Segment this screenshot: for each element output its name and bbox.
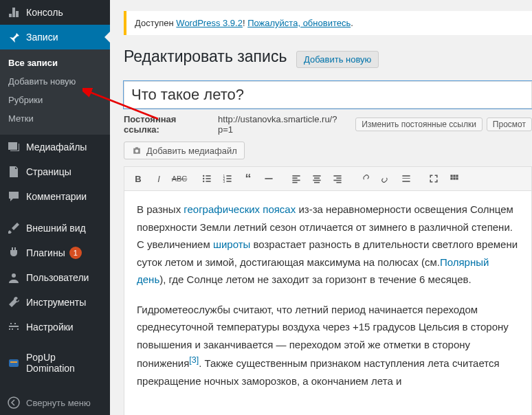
svg-rect-32: [450, 175, 452, 177]
svg-rect-24: [314, 182, 320, 183]
footnote-link[interactable]: [3]: [189, 355, 199, 365]
sidebar-item-media[interactable]: Медиафайлы: [0, 135, 110, 159]
edit-permalink-button[interactable]: Изменить постоянные ссылки: [355, 117, 483, 131]
camera-icon: [131, 145, 142, 156]
editor-toolbar: B I ABC 123 “: [124, 166, 532, 190]
svg-rect-37: [456, 177, 458, 179]
svg-rect-30: [402, 178, 410, 179]
link-button[interactable]: [355, 170, 375, 188]
sidebar-item-comments[interactable]: Комментарии: [0, 184, 110, 209]
strikethrough-button[interactable]: ABC: [170, 170, 189, 188]
align-left-button[interactable]: [287, 170, 306, 188]
sidebar-item-pages[interactable]: Страницы: [0, 159, 110, 184]
submenu-categories[interactable]: Рубрики: [0, 91, 110, 109]
sidebar-item-label: Медиафайлы: [26, 142, 87, 153]
media-icon: [7, 140, 21, 154]
bold-button[interactable]: B: [129, 170, 148, 188]
svg-rect-22: [314, 177, 320, 179]
toolbar-toggle-button[interactable]: [445, 170, 464, 188]
submenu-all-posts[interactable]: Все записи: [0, 54, 110, 72]
svg-rect-33: [453, 175, 455, 177]
svg-rect-17: [292, 175, 300, 177]
wp-version-link[interactable]: WordPress 3.9.2: [176, 18, 243, 28]
bullet-list-button[interactable]: [197, 170, 217, 188]
sidebar-item-appearance[interactable]: Внешний вид: [0, 216, 110, 240]
admin-sidebar: Консоль Записи Все записи Добавить новую…: [0, 0, 110, 415]
add-media-label: Добавить медиафайл: [146, 146, 237, 156]
users-icon: [7, 271, 21, 284]
main-content: Доступен WordPress 3.9.2! Пожалуйста, об…: [110, 0, 532, 415]
plugin-icon: [7, 246, 21, 260]
sidebar-item-label: Консоль: [26, 7, 63, 18]
notice-text: .: [351, 18, 353, 28]
svg-rect-9: [206, 181, 210, 182]
unlink-button[interactable]: [376, 170, 395, 188]
svg-rect-35: [450, 177, 452, 179]
comments-icon: [7, 190, 21, 203]
add-media-button[interactable]: Добавить медиафайл: [124, 142, 245, 159]
sidebar-item-users[interactable]: Пользователи: [0, 265, 110, 290]
brush-icon: [7, 221, 21, 235]
pages-icon: [7, 165, 21, 179]
post-title-input[interactable]: [124, 81, 532, 109]
view-post-button[interactable]: Просмот: [487, 117, 532, 131]
add-new-button[interactable]: Добавить новую: [296, 51, 379, 68]
permalink-label: Постоянная ссылка:: [124, 114, 214, 135]
svg-point-4: [203, 175, 204, 177]
submenu-tags[interactable]: Метки: [0, 109, 110, 128]
sidebar-item-label: Настройки: [26, 322, 74, 333]
collapse-icon: [7, 396, 21, 410]
sidebar-item-plugins[interactable]: Плагины 1: [0, 240, 110, 265]
submenu-add-new[interactable]: Добавить новую: [0, 72, 110, 91]
fullscreen-button[interactable]: [424, 170, 443, 188]
editor-content[interactable]: В разных географических поясах из-за нер…: [124, 190, 532, 415]
sidebar-item-popup-domination[interactable]: PopUp Domination: [0, 346, 110, 379]
sidebar-item-posts[interactable]: Записи: [0, 25, 110, 49]
svg-point-8: [203, 181, 204, 182]
sidebar-item-label: Инструменты: [26, 297, 86, 308]
collapse-menu[interactable]: Свернуть меню: [0, 390, 110, 415]
popup-icon: [7, 356, 21, 370]
svg-rect-18: [292, 177, 297, 179]
notice-text: Доступен: [135, 18, 176, 28]
content-link[interactable]: географических поясах: [184, 203, 296, 215]
plugins-update-badge: 1: [69, 247, 82, 259]
editor-text: В разных: [137, 203, 184, 215]
pin-icon: [7, 30, 21, 44]
svg-point-6: [203, 178, 204, 179]
sidebar-item-label: Плагины: [26, 247, 65, 258]
italic-button[interactable]: I: [149, 170, 168, 188]
svg-rect-2: [10, 361, 17, 363]
sidebar-item-label: Пользователи: [26, 272, 89, 283]
svg-rect-20: [292, 182, 297, 183]
sidebar-item-label: Внешний вид: [26, 223, 86, 234]
svg-rect-26: [336, 177, 341, 179]
hr-button[interactable]: [259, 170, 278, 188]
svg-rect-28: [336, 182, 341, 183]
blockquote-button[interactable]: “: [239, 170, 258, 188]
sidebar-item-label: PopUp Domination: [26, 352, 104, 374]
more-button[interactable]: [397, 170, 416, 188]
svg-rect-36: [453, 177, 455, 179]
sidebar-item-dashboard[interactable]: Консоль: [0, 0, 110, 25]
sidebar-item-tools[interactable]: Инструменты: [0, 290, 110, 315]
svg-rect-13: [226, 178, 231, 179]
align-center-button[interactable]: [307, 170, 326, 188]
permalink-row: Постоянная ссылка: http://ustanovka.smar…: [124, 114, 532, 135]
collapse-label: Свернуть меню: [26, 398, 91, 408]
svg-rect-27: [333, 180, 341, 181]
numbered-list-button[interactable]: 123: [218, 170, 237, 188]
update-link[interactable]: Пожалуйста, обновитесь: [247, 18, 351, 28]
svg-rect-31: [402, 181, 410, 182]
svg-rect-25: [333, 175, 341, 177]
content-link[interactable]: широты: [213, 238, 250, 250]
page-title: Редактировать запись: [124, 47, 287, 66]
sidebar-item-settings[interactable]: Настройки: [0, 315, 110, 339]
settings-icon: [7, 320, 21, 334]
svg-rect-19: [292, 180, 300, 181]
svg-rect-29: [402, 175, 410, 177]
sidebar-submenu-posts: Все записи Добавить новую Рубрики Метки: [0, 49, 110, 135]
update-notice: Доступен WordPress 3.9.2! Пожалуйста, об…: [124, 11, 532, 35]
permalink-url: http://ustanovka.smarticle.ru/?p=1: [218, 114, 351, 135]
align-right-button[interactable]: [328, 170, 347, 188]
